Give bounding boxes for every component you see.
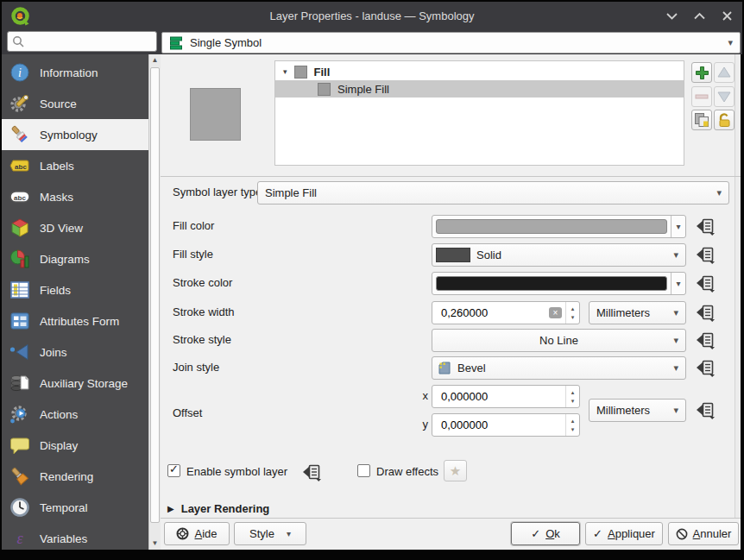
chevron-down-icon: ▾ <box>728 37 733 48</box>
apply-button[interactable]: ✓ Appliquer <box>585 522 663 545</box>
renderer-value: Single Symbol <box>190 36 262 49</box>
offset-x-spinbox[interactable]: ▴ ▾ <box>432 385 580 408</box>
symbol-layer-type-label: Symbol layer type <box>173 186 262 198</box>
sidebar-item-joins[interactable]: Joins <box>2 337 148 368</box>
sidebar-item-actions[interactable]: Actions <box>2 399 148 430</box>
offset-override-button[interactable] <box>692 399 718 422</box>
draw-effects-checkbox[interactable]: ✓ <box>357 464 370 477</box>
tree-row-simple-fill[interactable]: Simple Fill <box>275 80 684 98</box>
chevron-down-icon[interactable]: ▾ <box>671 216 685 237</box>
solid-style-swatch <box>436 248 470 262</box>
data-defined-override-icon <box>695 359 716 377</box>
join-style-override-button[interactable] <box>692 356 718 380</box>
fill-style-override-button[interactable] <box>692 243 718 267</box>
stroke-color-button[interactable]: ▾ <box>432 272 686 295</box>
minimize-icon[interactable] <box>661 5 682 26</box>
scroll-up-icon[interactable]: ▲ <box>149 54 161 66</box>
spin-down-icon[interactable]: ▾ <box>571 397 575 405</box>
join-style-combo[interactable]: Bevel ▾ <box>432 356 686 380</box>
source-icon <box>9 93 30 114</box>
content-scrollbar[interactable] <box>735 54 741 518</box>
clear-icon[interactable]: × <box>549 307 562 318</box>
arrow-down-icon <box>717 91 731 103</box>
stroke-color-override-button[interactable] <box>692 272 718 295</box>
fill-style-combo[interactable]: Solid ▾ <box>432 243 686 267</box>
offset-x-input[interactable] <box>439 389 565 404</box>
simple-fill-swatch <box>318 83 331 96</box>
sidebar-item-source[interactable]: Source <box>2 88 148 119</box>
spin-buttons[interactable]: ▴ ▾ <box>565 386 579 407</box>
renderer-combo[interactable]: Single Symbol ▾ <box>161 32 741 53</box>
symbol-layer-type-combo[interactable]: Simple Fill ▾ <box>257 181 729 204</box>
stroke-width-unit-combo[interactable]: Millimeters ▾ <box>589 301 686 324</box>
offset-y-input[interactable] <box>439 418 565 432</box>
check-icon: ✓ <box>593 527 602 540</box>
remove-symbol-layer-button[interactable] <box>691 86 712 107</box>
tree-child-label: Simple Fill <box>337 83 389 96</box>
sidebar-item-display[interactable]: Display <box>2 430 148 461</box>
sidebar-item-fields[interactable]: Fields <box>2 274 148 305</box>
sidebar-item-rendering[interactable]: Rendering <box>2 461 148 492</box>
stroke-width-override-button[interactable] <box>692 301 718 324</box>
sidebar-item-diagrams[interactable]: Diagrams <box>2 243 148 274</box>
offset-y-spinbox[interactable]: ▴ ▾ <box>432 413 580 437</box>
customize-effects-button[interactable]: ★ <box>444 460 467 481</box>
fill-color-button[interactable]: ▾ <box>432 215 686 238</box>
help-button[interactable]: Aide <box>164 522 230 545</box>
chevron-down-icon: ▾ <box>673 362 678 374</box>
stroke-style-override-button[interactable] <box>692 329 718 352</box>
cancel-button[interactable]: Annuler <box>668 522 739 545</box>
spin-up-icon[interactable]: ▴ <box>571 417 575 425</box>
symbology-panel: ▾ Fill Simple Fill <box>161 54 741 550</box>
lock-color-button[interactable] <box>714 110 735 130</box>
sidebar-item-3d-view[interactable]: 3D View <box>2 212 148 243</box>
spin-down-icon[interactable]: ▾ <box>571 425 575 433</box>
sidebar-scrollbar[interactable]: ▲ ▼ <box>148 54 161 550</box>
tree-expander-icon[interactable]: ▾ <box>283 67 287 76</box>
spin-down-icon[interactable]: ▾ <box>571 313 575 321</box>
move-down-button[interactable] <box>714 86 735 107</box>
enable-symbol-layer-override-button[interactable] <box>299 461 325 484</box>
temporal-icon <box>9 497 30 518</box>
ok-button[interactable]: ✓ Ok <box>511 522 580 545</box>
offset-unit-combo[interactable]: Millimeters ▾ <box>589 399 686 422</box>
spin-up-icon[interactable]: ▴ <box>571 305 575 312</box>
spin-buttons[interactable]: ▴ ▾ <box>565 302 579 324</box>
spin-up-icon[interactable]: ▴ <box>571 388 575 396</box>
add-symbol-layer-button[interactable] <box>691 62 712 83</box>
scroll-down-icon[interactable]: ▼ <box>149 538 161 550</box>
masks-icon: abc <box>9 186 30 207</box>
stroke-width-spinbox[interactable]: × ▴ ▾ <box>432 301 580 324</box>
chevron-down-icon[interactable]: ▾ <box>671 273 685 294</box>
sidebar-item-symbology[interactable]: Symbology <box>2 119 148 150</box>
tree-row-fill[interactable]: ▾ Fill <box>275 63 684 80</box>
search-box[interactable] <box>7 31 157 52</box>
scrollbar-handle[interactable] <box>150 67 160 523</box>
top-strip: Single Symbol ▾ <box>2 30 742 54</box>
spin-buttons[interactable]: ▴ ▾ <box>565 414 579 436</box>
duplicate-symbol-layer-button[interactable] <box>691 110 712 130</box>
sidebar-item-attributes-form[interactable]: Attributes Form <box>2 305 148 337</box>
sidebar-item-variables[interactable]: ε Variables <box>2 523 148 550</box>
sidebar-item-masks[interactable]: abc Masks <box>2 181 148 212</box>
fill-color-override-button[interactable] <box>692 215 718 238</box>
close-icon[interactable] <box>716 5 737 26</box>
search-input[interactable] <box>27 33 153 50</box>
sidebar-item-information[interactable]: i Information <box>2 57 148 88</box>
sidebar: i Information Source Symbology <box>2 54 161 550</box>
move-up-button[interactable] <box>714 62 735 83</box>
labels-icon: abc <box>9 155 30 176</box>
sidebar-item-auxiliary-storage[interactable]: Auxiliary Storage <box>2 368 148 399</box>
layer-rendering-header[interactable]: ▶ Layer Rendering <box>167 502 269 515</box>
sidebar-item-temporal[interactable]: Temporal <box>2 492 148 523</box>
data-defined-override-icon <box>695 304 716 322</box>
offset-label: Offset <box>173 406 202 419</box>
sidebar-item-labels[interactable]: abc Labels <box>2 150 148 181</box>
rendering-icon <box>9 466 30 487</box>
enable-symbol-layer-checkbox[interactable]: ✓ <box>167 464 180 477</box>
fill-style-label: Fill style <box>173 248 213 261</box>
stroke-width-input[interactable] <box>439 305 549 320</box>
style-button[interactable]: Style ▾ <box>234 522 306 545</box>
maximize-icon[interactable] <box>689 5 709 26</box>
stroke-style-combo[interactable]: No Line ▾ <box>432 329 686 352</box>
